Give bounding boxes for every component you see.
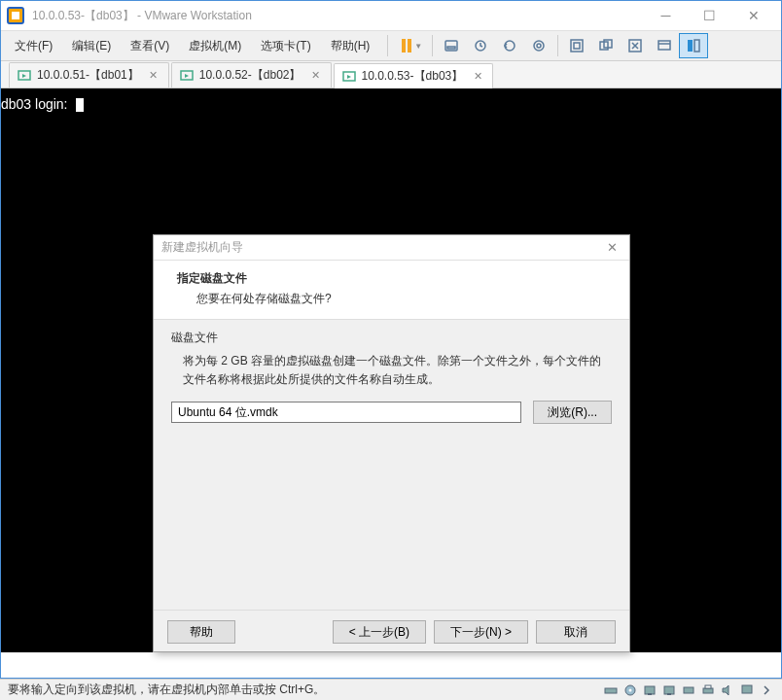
maximize-button[interactable]: ☐ — [688, 2, 731, 29]
menubar: 文件(F) 编辑(E) 查看(V) 虚拟机(M) 选项卡(T) 帮助(H) ▼ — [1, 30, 781, 61]
svg-point-4 — [534, 41, 544, 51]
svg-rect-7 — [574, 43, 580, 49]
vm-tab-label: 10.0.0.52-【db02】 — [199, 67, 302, 84]
help-button[interactable]: 帮助 — [167, 620, 235, 644]
dialog-close-button[interactable]: ✕ — [602, 238, 622, 258]
menu-help[interactable]: 帮助(H) — [321, 34, 380, 58]
library-view-icon[interactable] — [679, 33, 708, 58]
svg-rect-23 — [645, 686, 655, 694]
vm-running-icon — [180, 69, 194, 83]
close-button[interactable]: ✕ — [731, 2, 775, 29]
svg-rect-13 — [694, 40, 699, 52]
vm-running-icon — [342, 70, 356, 84]
svg-point-5 — [537, 44, 541, 48]
vm-running-icon — [18, 69, 31, 83]
send-ctrl-alt-del-icon[interactable] — [437, 33, 466, 58]
next-button[interactable]: 下一步(N) > — [434, 620, 528, 644]
svg-marker-17 — [185, 74, 189, 78]
svg-marker-19 — [347, 75, 351, 79]
svg-rect-11 — [658, 41, 670, 50]
close-icon[interactable]: ✕ — [471, 70, 484, 84]
new-vm-wizard-dialog: 新建虚拟机向导 ✕ 指定磁盘文件 您要在何处存储磁盘文件? 磁盘文件 将为每 2… — [153, 234, 630, 652]
svg-rect-29 — [705, 685, 711, 688]
browse-button[interactable]: 浏览(R)... — [533, 401, 612, 424]
svg-marker-15 — [22, 74, 26, 78]
vm-tab-db03[interactable]: 10.0.0.53-【db03】 ✕ — [334, 63, 494, 88]
disk-file-description: 将为每 2 GB 容量的虚拟磁盘创建一个磁盘文件。除第一个文件之外，每个文件的文… — [171, 350, 612, 401]
vmware-app-icon — [7, 7, 24, 24]
dialog-titlebar: 新建虚拟机向导 ✕ — [154, 235, 629, 261]
snapshot-manager-icon[interactable] — [524, 33, 553, 58]
svg-point-22 — [629, 688, 632, 691]
pause-button[interactable]: ▼ — [396, 33, 428, 58]
close-icon[interactable]: ✕ — [147, 69, 160, 83]
network-adapter-icon[interactable] — [642, 682, 658, 698]
statusbar: 要将输入定向到该虚拟机，请在虚拟机内部单击或按 Ctrl+G。 — [0, 679, 782, 700]
dialog-title: 新建虚拟机向导 — [161, 239, 602, 256]
dialog-subheading: 您要在何处存储磁盘文件? — [177, 291, 610, 307]
chevron-down-icon: ▼ — [414, 42, 422, 51]
svg-rect-24 — [648, 693, 652, 695]
svg-rect-28 — [703, 688, 713, 693]
menu-tabs[interactable]: 选项卡(T) — [251, 34, 320, 58]
hard-disk-icon[interactable] — [603, 682, 619, 698]
display-icon[interactable] — [739, 682, 755, 698]
fit-guest-icon[interactable] — [562, 33, 591, 58]
disk-file-path-input[interactable] — [171, 402, 521, 423]
vm-console[interactable]: db03 login: 新建虚拟机向导 ✕ 指定磁盘文件 您要在何处存储磁盘文件… — [1, 88, 781, 652]
sound-card-icon[interactable] — [720, 682, 735, 698]
svg-rect-31 — [742, 685, 752, 693]
svg-rect-12 — [688, 40, 693, 52]
console-prompt: db03 login: — [1, 96, 68, 112]
vm-tab-label: 10.0.0.51-【db01】 — [37, 67, 139, 84]
svg-rect-27 — [684, 687, 693, 693]
dialog-heading: 指定磁盘文件 — [177, 270, 610, 287]
window-controls: ─ ☐ ✕ — [644, 2, 775, 29]
svg-point-3 — [505, 41, 515, 51]
dialog-header: 指定磁盘文件 您要在何处存储磁盘文件? — [154, 261, 629, 319]
unity-icon[interactable] — [591, 33, 621, 58]
disk-file-label: 磁盘文件 — [171, 330, 612, 346]
close-icon[interactable]: ✕ — [309, 69, 323, 83]
menu-edit[interactable]: 编辑(E) — [62, 34, 121, 58]
chevron-right-icon[interactable] — [759, 682, 774, 698]
vm-tab-bar: 10.0.0.51-【db01】 ✕ 10.0.0.52-【db02】 ✕ 10… — [1, 61, 781, 88]
dialog-footer: 帮助 < 上一步(B) 下一步(N) > 取消 — [154, 611, 629, 653]
svg-rect-1 — [447, 47, 455, 49]
printer-icon[interactable] — [700, 682, 716, 698]
revert-snapshot-icon[interactable] — [495, 33, 524, 58]
menu-vm[interactable]: 虚拟机(M) — [179, 34, 251, 58]
usb-controller-icon[interactable] — [681, 682, 696, 698]
status-device-icons — [603, 682, 774, 698]
cancel-button[interactable]: 取消 — [536, 620, 616, 644]
svg-marker-30 — [723, 685, 729, 695]
statusbar-text: 要将输入定向到该虚拟机，请在虚拟机内部单击或按 Ctrl+G。 — [8, 682, 603, 698]
vmware-window: 10.0.0.53-【db03】 - VMware Workstation ─ … — [0, 0, 782, 679]
vm-tab-db01[interactable]: 10.0.0.51-【db01】 ✕ — [9, 62, 169, 88]
svg-rect-26 — [667, 693, 671, 695]
console-view-icon[interactable] — [650, 33, 679, 58]
menu-file[interactable]: 文件(F) — [5, 34, 62, 58]
snapshot-icon[interactable] — [466, 33, 495, 58]
fullscreen-icon[interactable] — [621, 33, 650, 58]
titlebar: 10.0.0.53-【db03】 - VMware Workstation ─ … — [1, 1, 781, 30]
back-button[interactable]: < 上一步(B) — [333, 620, 426, 644]
vm-tab-label: 10.0.0.53-【db03】 — [362, 68, 464, 85]
menu-view[interactable]: 查看(V) — [121, 34, 179, 58]
svg-rect-25 — [664, 686, 674, 694]
dialog-body: 磁盘文件 将为每 2 GB 容量的虚拟磁盘创建一个磁盘文件。除第一个文件之外，每… — [154, 319, 629, 611]
svg-rect-20 — [605, 688, 617, 693]
window-title: 10.0.0.53-【db03】 - VMware Workstation — [32, 8, 644, 24]
svg-rect-6 — [571, 40, 583, 52]
network-adapter2-icon[interactable] — [661, 682, 677, 698]
cd-dvd-icon[interactable] — [622, 682, 638, 698]
text-cursor — [76, 98, 84, 112]
minimize-button[interactable]: ─ — [644, 2, 688, 29]
vm-tab-db02[interactable]: 10.0.0.52-【db02】 ✕ — [171, 62, 332, 88]
